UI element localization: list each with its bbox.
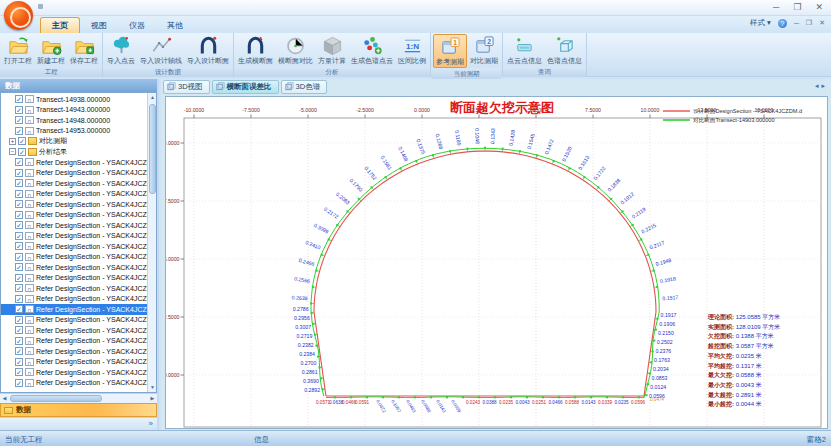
checkbox[interactable]: ✓: [15, 95, 23, 103]
ribbon-button[interactable]: 打开工程: [2, 34, 34, 66]
checkbox[interactable]: ✓: [15, 347, 23, 355]
checkbox[interactable]: ✓: [15, 263, 23, 271]
tree-item[interactable]: ✓∩Transect-14953.000000: [1, 126, 147, 137]
scrollbar-thumb[interactable]: [149, 104, 156, 194]
tree-item[interactable]: ✓∩Refer DesignSection - YSACK4JCZDM.dat: [1, 178, 147, 189]
doc-close-button[interactable]: ✕: [819, 19, 825, 27]
tab-scroll-arrows[interactable]: ◂▸: [815, 82, 828, 90]
tree-item[interactable]: ✓∩Refer DesignSection - YSACK4JCZDM.dat: [1, 325, 147, 336]
ribbon-tab[interactable]: 视图: [80, 18, 118, 33]
doc-minimize-button[interactable]: ─: [794, 20, 799, 27]
tree-item[interactable]: ✓∩Refer DesignSection - YSACK4JCZDM.dat: [1, 231, 147, 242]
tree-item[interactable]: ✓∩Refer DesignSection - YSACK4JCZDM.dat: [1, 367, 147, 378]
tree-item[interactable]: ✓∩Refer DesignSection - YSACK4JCZDM.dat: [1, 168, 147, 179]
tree-item[interactable]: ✓∩Refer DesignSection - YSACK4JCZDM.dat: [1, 273, 147, 284]
tree-horizontal-scrollbar[interactable]: ◀ ▶: [0, 393, 157, 403]
checkbox[interactable]: ✓: [15, 253, 23, 261]
checkbox[interactable]: ✓: [15, 116, 23, 124]
checkbox[interactable]: ✓: [15, 284, 23, 292]
tree-item[interactable]: ✓∩Refer DesignSection - YSACK4JCZDM.dat: [1, 294, 147, 305]
checkbox[interactable]: ✓: [15, 379, 23, 387]
document-tab[interactable]: 横断面误差比: [212, 80, 279, 94]
checkbox[interactable]: ✓: [15, 316, 23, 324]
document-tab[interactable]: 3D视图: [163, 80, 210, 94]
scroll-right-icon[interactable]: ▶: [148, 394, 157, 403]
checkbox[interactable]: ✓: [15, 127, 23, 135]
style-dropdown[interactable]: 样式 ▾: [750, 18, 771, 28]
tree-item[interactable]: ✓∩Refer DesignSection - YSACK4JCZDM.dat: [1, 241, 147, 252]
ribbon-button[interactable]: 1参考测期: [433, 34, 467, 68]
checkbox[interactable]: ✓: [15, 190, 23, 198]
tree-item[interactable]: ✓∩Refer DesignSection - YSACK4JCZDM.dat: [1, 252, 147, 263]
scroll-up-icon[interactable]: ▲: [148, 93, 157, 102]
tree-folder[interactable]: +✓对比测期: [1, 136, 147, 147]
ribbon-button[interactable]: 生成色谱点云: [349, 34, 395, 66]
tree-folder[interactable]: −✓分析结果: [1, 147, 147, 158]
document-tab[interactable]: 3D色谱: [281, 80, 328, 94]
tree-item[interactable]: ✓∩Transect-14943.000000: [1, 105, 147, 116]
data-panel-tab[interactable]: 数据: [0, 403, 157, 417]
checkbox[interactable]: ✓: [15, 358, 23, 366]
ribbon-button[interactable]: 新建工程: [35, 34, 67, 66]
chart-canvas[interactable]: -10.0000-7.5000-5.0000-2.50000.00002.500…: [165, 96, 828, 429]
expand-chevron-icon[interactable]: »: [149, 419, 153, 428]
tree-item[interactable]: ✓∩Refer DesignSection - YSACK4JCZDM.dat: [1, 304, 147, 315]
tree-item[interactable]: ✓∩Transect-14938.000000: [1, 94, 147, 105]
help-icon[interactable]: ?: [778, 19, 787, 28]
ribbon-button[interactable]: 方量计算: [316, 34, 348, 66]
tree-item[interactable]: ✓∩Refer DesignSection - YSACK4JCZDM.dat: [1, 210, 147, 221]
close-button[interactable]: ✕: [815, 2, 823, 12]
checkbox[interactable]: ✓: [15, 295, 23, 303]
quick-access-icon[interactable]: [38, 4, 43, 9]
tree-item[interactable]: ✓∩Refer DesignSection - YSACK4JCZDM.dat: [1, 189, 147, 200]
ribbon-button[interactable]: 横断面对比: [276, 34, 315, 66]
checkbox[interactable]: ✓: [15, 305, 23, 313]
tree-item[interactable]: ✓∩Refer DesignSection - YSACK4JCZDM.dat: [1, 199, 147, 210]
tree-item[interactable]: ✓∩Transect-14948.000000: [1, 115, 147, 126]
checkbox[interactable]: ✓: [15, 179, 23, 187]
minimize-button[interactable]: ─: [773, 2, 779, 12]
ribbon-button[interactable]: 保存工程: [68, 34, 100, 66]
ribbon-button[interactable]: 导入设计轴线: [138, 34, 184, 66]
ribbon-tab[interactable]: 其他: [156, 18, 194, 33]
scrollbar-thumb[interactable]: [10, 395, 102, 402]
checkbox[interactable]: ✓: [15, 368, 23, 376]
app-logo-icon[interactable]: [4, 1, 33, 30]
tree-item[interactable]: ✓∩Refer DesignSection - YSACK4JCZDM.dat: [1, 283, 147, 294]
checkbox[interactable]: ✓: [15, 337, 23, 345]
checkbox[interactable]: ✓: [15, 232, 23, 240]
doc-restore-button[interactable]: ❐: [806, 19, 812, 27]
maximize-button[interactable]: ❐: [793, 2, 801, 12]
tree-item[interactable]: ✓∩Refer DesignSection - YSACK4JCZDM.dat: [1, 357, 147, 368]
ribbon-button[interactable]: 生成横断面: [236, 34, 275, 66]
ribbon-button[interactable]: 导入点云: [105, 34, 137, 66]
ribbon-button[interactable]: 点云点信息: [505, 34, 544, 66]
ribbon-button[interactable]: 导入设计断面: [185, 34, 231, 66]
tree-item[interactable]: ✓∩Refer DesignSection - YSACK4JCZDM.dat: [1, 346, 147, 357]
ribbon-button[interactable]: 2对比测期: [468, 34, 500, 66]
tree-item[interactable]: ✓∩Refer DesignSection - YSACK4JCZDM.dat: [1, 315, 147, 326]
checkbox[interactable]: ✓: [15, 200, 23, 208]
checkbox[interactable]: ✓: [18, 148, 26, 156]
checkbox[interactable]: ✓: [15, 242, 23, 250]
tree-vertical-scrollbar[interactable]: ▲ ▼: [147, 93, 156, 392]
checkbox[interactable]: ✓: [15, 106, 23, 114]
tree-item[interactable]: ✓∩Refer DesignSection - YSACK4JCZDM.dat: [1, 262, 147, 273]
checkbox[interactable]: ✓: [15, 158, 23, 166]
checkbox[interactable]: ✓: [15, 326, 23, 334]
scroll-left-icon[interactable]: ◀: [0, 394, 9, 403]
checkbox[interactable]: ✓: [15, 274, 23, 282]
scroll-down-icon[interactable]: ▼: [148, 383, 157, 392]
expand-toggle-icon[interactable]: −: [9, 148, 16, 155]
ribbon-tab[interactable]: 仪器: [118, 18, 156, 33]
checkbox[interactable]: ✓: [15, 221, 23, 229]
ribbon-button[interactable]: 1:N区间比例: [396, 34, 428, 66]
checkbox[interactable]: ✓: [15, 211, 23, 219]
ribbon-tab[interactable]: 主页: [40, 17, 80, 33]
checkbox[interactable]: ✓: [15, 169, 23, 177]
tree-item[interactable]: ✓∩Refer DesignSection - YSACK4JCZDM.dat: [1, 220, 147, 231]
ribbon-button[interactable]: 色谱点信息: [545, 34, 584, 66]
tree-item[interactable]: ✓∩Refer DesignSection - YSACK4JCZDM.dat: [1, 378, 147, 389]
expand-toggle-icon[interactable]: +: [9, 138, 16, 145]
checkbox[interactable]: ✓: [18, 137, 26, 145]
